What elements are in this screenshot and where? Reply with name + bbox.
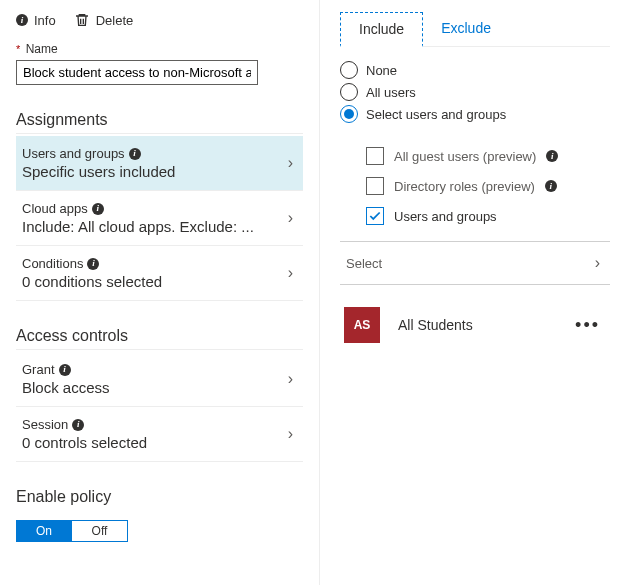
delete-button[interactable]: Delete	[74, 12, 134, 28]
check-guest-users[interactable]: All guest users (preview) i	[366, 141, 610, 171]
assignments-conditions[interactable]: Conditions i 0 conditions selected ›	[16, 246, 303, 301]
selected-entity[interactable]: AS All Students •••	[340, 303, 610, 347]
access-session[interactable]: Session i 0 controls selected ›	[16, 407, 303, 462]
item-sub: 0 controls selected	[22, 434, 284, 451]
info-icon: i	[72, 419, 84, 431]
item-sub: Include: All cloud apps. Exclude: ...	[22, 218, 272, 235]
chevron-right-icon: ›	[284, 154, 297, 172]
checkbox-icon	[366, 177, 384, 195]
name-input[interactable]	[16, 60, 258, 85]
item-title: Cloud apps	[22, 201, 88, 216]
chevron-right-icon: ›	[284, 425, 297, 443]
info-icon: i	[546, 150, 558, 162]
checkbox-icon	[366, 207, 384, 225]
item-title: Users and groups	[22, 146, 125, 161]
select-button[interactable]: Select ›	[340, 241, 610, 285]
radio-icon	[340, 61, 358, 79]
enable-policy-header: Enable policy	[16, 488, 303, 510]
radio-icon	[340, 105, 358, 123]
access-grant[interactable]: Grant i Block access ›	[16, 352, 303, 407]
item-sub: Block access	[22, 379, 284, 396]
item-title: Session	[22, 417, 68, 432]
item-sub: 0 conditions selected	[22, 273, 284, 290]
radio-none[interactable]: None	[340, 59, 610, 81]
radio-icon	[340, 83, 358, 101]
access-controls-header: Access controls	[16, 327, 303, 350]
required-star: *	[16, 43, 20, 55]
check-users-groups[interactable]: Users and groups	[366, 201, 610, 231]
select-label: Select	[346, 256, 591, 271]
entity-name: All Students	[398, 317, 551, 333]
assignments-cloud-apps[interactable]: Cloud apps i Include: All cloud apps. Ex…	[16, 191, 303, 246]
toggle-off[interactable]: Off	[72, 520, 128, 542]
info-label: Info	[34, 13, 56, 28]
info-icon: i	[545, 180, 557, 192]
item-title: Conditions	[22, 256, 83, 271]
info-icon: i	[129, 148, 141, 160]
chevron-right-icon: ›	[284, 370, 297, 388]
chevron-right-icon: ›	[284, 264, 297, 282]
checkbox-icon	[366, 147, 384, 165]
toggle-on[interactable]: On	[16, 520, 72, 542]
radio-all-users[interactable]: All users	[340, 81, 610, 103]
assignments-users-groups[interactable]: Users and groups i Specific users includ…	[16, 136, 303, 191]
item-sub: Specific users included	[22, 163, 284, 180]
chevron-right-icon: ›	[284, 209, 297, 227]
name-label: * Name	[16, 42, 303, 56]
item-title: Grant	[22, 362, 55, 377]
check-directory-roles[interactable]: Directory roles (preview) i	[366, 171, 610, 201]
info-button[interactable]: i Info	[16, 12, 56, 28]
trash-icon	[74, 12, 90, 28]
assignments-header: Assignments	[16, 111, 303, 134]
info-icon: i	[87, 258, 99, 270]
radio-select-users[interactable]: Select users and groups	[340, 103, 610, 125]
enable-policy-toggle[interactable]: On Off	[16, 520, 303, 542]
more-icon[interactable]: •••	[569, 315, 606, 336]
tab-include[interactable]: Include	[340, 12, 423, 47]
info-icon: i	[59, 364, 71, 376]
chevron-right-icon: ›	[591, 254, 604, 272]
info-icon: i	[92, 203, 104, 215]
tab-exclude[interactable]: Exclude	[423, 12, 509, 46]
info-icon: i	[16, 14, 28, 26]
avatar: AS	[344, 307, 380, 343]
delete-label: Delete	[96, 13, 134, 28]
